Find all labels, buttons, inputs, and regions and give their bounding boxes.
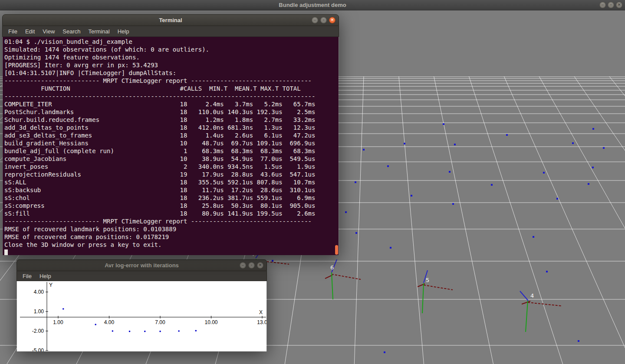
terminal-line: COMPLETE_ITER 18 2.4ms 3.7ms 5.2ms 65.7m…	[4, 100, 339, 108]
landmark-point	[449, 171, 451, 173]
maximize-button[interactable]: ▫	[248, 262, 255, 269]
frame-x-axis	[424, 285, 453, 290]
terminal-line: FUNCTION #CALLS MIN.T MEAN.T MAX.T TOTAL	[4, 85, 339, 92]
landmark-point	[592, 167, 594, 168]
desktop: 4567 Bundle adjustment demo − ▫ ✕ Termin…	[0, 0, 625, 364]
landmark-point	[355, 181, 356, 183]
minimize-button[interactable]: −	[599, 2, 606, 8]
plot-title: Avr log-error with iterations	[105, 262, 179, 269]
menu-search[interactable]: Search	[59, 27, 84, 36]
menu-view[interactable]: View	[39, 27, 59, 36]
x-tick-label: 10.00	[205, 319, 218, 325]
grid-line	[373, 0, 569, 364]
maximize-button[interactable]: ▫	[320, 17, 327, 23]
landmark-point	[592, 128, 594, 130]
landmark-point	[578, 340, 579, 342]
terminal-scrollbar[interactable]	[335, 245, 338, 255]
plot-point	[178, 330, 180, 332]
landmark-point	[345, 211, 347, 213]
landmark-point	[411, 195, 412, 197]
landmark-point	[491, 184, 493, 186]
terminal-window: Terminal − ▫ ✕ File Edit View Search Ter…	[2, 14, 339, 255]
y-tick-label: -5.00	[32, 348, 44, 351]
plot-window-controls: − ▫ ✕	[240, 262, 263, 269]
grid-line	[373, 0, 625, 364]
close-button[interactable]: ✕	[616, 2, 622, 8]
terminal-line: compute_Jacobians 10 38.9us 54.9us 77.0u…	[4, 155, 339, 163]
close-button[interactable]: ✕	[257, 262, 263, 269]
plot-point	[159, 331, 161, 332]
x-tick-label: 7.00	[155, 319, 165, 325]
menu-help[interactable]: Help	[36, 272, 55, 280]
terminal-line: bundle_adj_full (complete run) 1 68.3ms …	[4, 147, 339, 155]
terminal-line: sS:compress 18 25.8us 50.3us 80.1us 905.…	[4, 202, 339, 210]
menu-help[interactable]: Help	[114, 27, 133, 36]
menu-terminal[interactable]: Terminal	[85, 27, 114, 36]
plot-point	[144, 331, 146, 332]
landmark-point	[384, 351, 385, 353]
main-window-title: Bundle adjustment demo	[279, 2, 346, 8]
frame-z-axis	[526, 300, 528, 332]
close-button[interactable]: ✕	[329, 17, 336, 23]
menu-edit[interactable]: Edit	[21, 27, 39, 36]
plot-menubar: File Help	[16, 271, 267, 281]
grid-line	[373, 0, 625, 364]
landmark-point	[603, 147, 605, 149]
terminal-line: -------------------------- MRPT CTimeLog…	[4, 217, 339, 225]
terminal-line: Schur.build.reduced.frames 18 1.2ms 1.8m…	[4, 116, 339, 124]
terminal-line: sS:fill 18 80.9us 141.9us 199.5us 2.6ms	[4, 210, 339, 217]
y-tick-label: 1.00	[34, 308, 44, 315]
terminal-line: PostSchur.landmarks 18 110.0us 140.3us 1…	[4, 108, 339, 116]
landmark-point	[404, 143, 405, 144]
terminal-line: [PROGRESS] Iter: 0 avrg err in px: 53.42…	[4, 61, 339, 69]
maximize-button[interactable]: ▫	[608, 2, 614, 8]
y-tick-label: -2.00	[32, 328, 44, 334]
terminal-line: Close the 3D window or press a key to ex…	[4, 241, 339, 249]
terminal-output[interactable]: 01:04 $ ./vision_bundle_adj_exampleSimul…	[3, 37, 339, 255]
frame-z-axis	[332, 272, 333, 299]
grid-line	[373, 0, 425, 364]
terminal-line: 01:04 $ ./vision_bundle_adj_example	[4, 38, 339, 46]
terminal-line: RMSE of recovered camera positions: 0.01…	[4, 233, 339, 241]
camera-frame: 5	[418, 270, 453, 313]
terminal-prompt-line	[4, 249, 339, 255]
frame-x-axis	[528, 302, 561, 306]
plot-titlebar[interactable]: Avr log-error with iterations − ▫ ✕	[16, 259, 267, 271]
grid-line	[373, 0, 625, 364]
menu-file[interactable]: File	[4, 27, 21, 36]
landmark-point	[588, 183, 589, 185]
camera-frames: 4567	[252, 251, 561, 332]
terminal-line: add_3d_deltas_to_points 18 412.0ns 681.3…	[4, 124, 339, 131]
terminal-line: sS:backsub 18 11.7us 17.2us 28.6us 310.1…	[4, 186, 339, 194]
landmark-point	[387, 165, 389, 167]
terminal-line: reprojectionResiduals 19 17.9us 28.8us 4…	[4, 171, 339, 178]
landmark-point	[506, 134, 508, 136]
plot-point	[112, 330, 114, 332]
x-tick-label: 1.00	[53, 319, 63, 325]
grid-line	[354, 0, 373, 364]
main-window-titlebar[interactable]: Bundle adjustment demo − ▫ ✕	[0, 0, 625, 10]
terminal-cursor	[4, 249, 8, 255]
frame-z-axis	[422, 283, 424, 313]
y-axis-label: Y	[49, 282, 53, 288]
plot-point	[195, 330, 197, 331]
x-axis-label: X	[259, 309, 263, 315]
y-tick-label: 4.00	[34, 289, 44, 295]
grid-line	[373, 0, 625, 364]
plot-point	[62, 308, 64, 310]
landmark-point	[443, 123, 444, 125]
minimize-button[interactable]: −	[240, 262, 246, 269]
plot-point	[95, 324, 96, 325]
menu-file[interactable]: File	[19, 272, 36, 280]
terminal-titlebar[interactable]: Terminal − ▫ ✕	[2, 14, 339, 26]
plot-point	[129, 331, 131, 332]
x-tick-label: 4.00	[104, 319, 115, 325]
frame-label: 5	[426, 277, 429, 283]
landmark-point	[355, 232, 357, 234]
landmark-point	[543, 172, 545, 174]
minimize-button[interactable]: −	[312, 17, 318, 23]
terminal-line: add_se3_deltas_to_frames 18 1.4us 2.6us …	[4, 131, 339, 139]
landmark-point	[454, 144, 456, 145]
grid-line	[373, 0, 625, 364]
frame-label: 4	[530, 292, 534, 299]
